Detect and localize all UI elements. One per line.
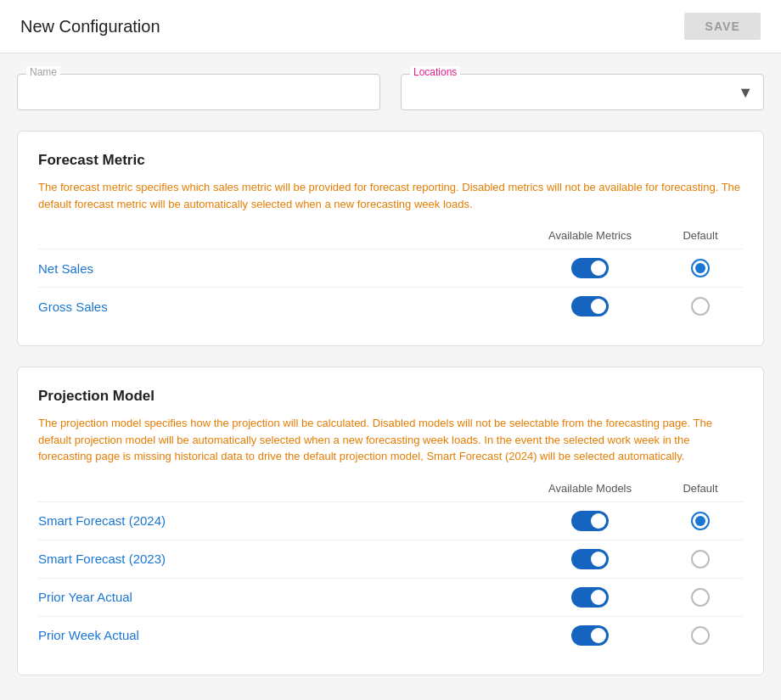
main-content: Name Locations ▼ Forecast Metric The for… [0,53,781,700]
smart-forecast-2023-default-cell [658,550,743,568]
locations-row: ▼ [412,81,753,103]
locations-dropdown-arrow[interactable]: ▼ [738,85,753,100]
forecast-available-header: Available Metrics [522,229,658,242]
net-sales-toggle[interactable] [571,258,609,278]
fields-row: Name Locations ▼ [17,74,764,110]
table-row: Smart Forecast (2023) [38,540,743,578]
projection-available-header: Available Models [522,482,658,495]
forecast-metric-description: The forecast metric specifies which sale… [38,179,743,212]
smart-forecast-2024-label: Smart Forecast (2024) [38,513,522,528]
prior-week-actual-radio[interactable] [691,626,710,645]
table-row: Smart Forecast (2024) [38,501,743,540]
locations-field-group: Locations ▼ [401,74,764,110]
table-row: Prior Week Actual [38,616,743,654]
gross-sales-toggle[interactable] [571,296,609,316]
prior-week-actual-label: Prior Week Actual [38,628,522,642]
net-sales-radio[interactable] [691,259,710,277]
prior-year-actual-radio[interactable] [691,588,710,607]
smart-forecast-2023-toggle[interactable] [571,549,609,569]
gross-sales-radio[interactable] [691,297,710,316]
smart-forecast-2024-radio[interactable] [691,512,710,530]
app-header: New Configuration SAVE [0,0,781,53]
table-row: Gross Sales [38,287,743,325]
smart-forecast-2024-toggle[interactable] [571,511,609,531]
gross-sales-toggle-cell [522,296,658,316]
projection-default-header: Default [658,482,743,495]
prior-week-actual-toggle[interactable] [571,625,609,646]
prior-year-actual-default-cell [658,588,743,607]
table-row: Net Sales [38,249,743,287]
prior-week-actual-toggle-cell [522,625,658,646]
prior-year-actual-label: Prior Year Actual [38,590,522,604]
forecast-metrics-header: Available Metrics Default [38,229,743,242]
forecast-default-header: Default [658,229,743,242]
projection-model-description: The projection model specifies how the p… [38,415,743,465]
forecast-metrics-table: Available Metrics Default Net Sales Gro [38,229,743,325]
smart-forecast-2023-toggle-cell [522,549,658,569]
forecast-metric-card: Forecast Metric The forecast metric spec… [17,131,764,346]
save-button[interactable]: SAVE [684,13,761,40]
net-sales-default-cell [658,259,743,277]
locations-label: Locations [410,66,460,78]
name-input[interactable] [28,81,369,103]
projection-model-card: Projection Model The projection model sp… [17,367,764,675]
prior-week-actual-default-cell [658,626,743,645]
net-sales-toggle-cell [522,258,658,278]
name-label: Name [26,66,60,78]
gross-sales-label: Gross Sales [38,300,522,314]
smart-forecast-2023-radio[interactable] [691,550,710,568]
smart-forecast-2024-default-cell [658,512,743,530]
locations-input[interactable] [412,81,738,103]
projection-model-title: Projection Model [38,388,743,405]
prior-year-actual-toggle[interactable] [571,587,609,608]
gross-sales-default-cell [658,297,743,316]
prior-year-actual-toggle-cell [522,587,658,608]
page-title: New Configuration [20,17,160,36]
projection-models-table: Available Models Default Smart Forecast … [38,482,743,654]
forecast-metric-title: Forecast Metric [38,152,743,169]
smart-forecast-2024-toggle-cell [522,511,658,531]
smart-forecast-2023-label: Smart Forecast (2023) [38,552,522,566]
table-row: Prior Year Actual [38,578,743,616]
projection-models-header: Available Models Default [38,482,743,495]
net-sales-label: Net Sales [38,261,522,276]
name-field-group: Name [17,74,380,110]
